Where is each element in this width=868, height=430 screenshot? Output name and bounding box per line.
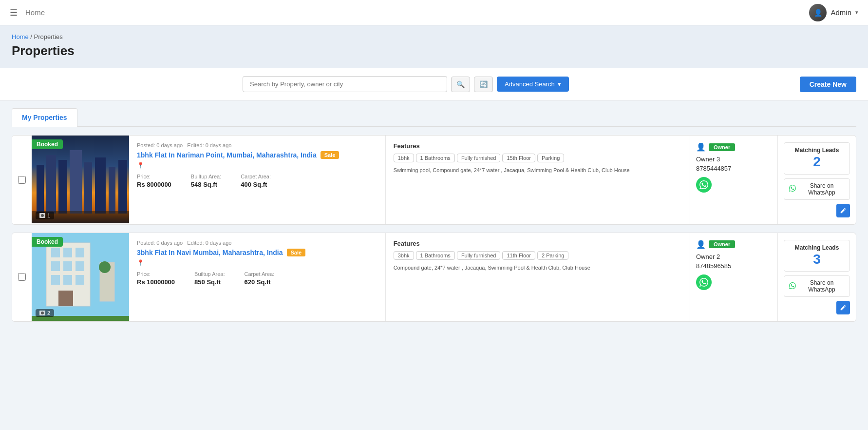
owner-badge: Owner: [709, 240, 735, 248]
hamburger-icon[interactable]: ☰: [10, 7, 18, 18]
refresh-button[interactable]: 🔄: [474, 77, 493, 92]
matching-leads-count: 2: [787, 154, 847, 170]
owner-name: Owner 3: [696, 156, 772, 163]
matching-leads-title: Matching Leads: [787, 244, 847, 251]
feature-tag: Fully furnished: [457, 154, 501, 162]
admin-dropdown-icon[interactable]: ▾: [855, 9, 858, 16]
svg-point-25: [99, 261, 111, 273]
price-row: Price: Rs 8000000 Builtup Area: 548 Sq.f…: [137, 174, 377, 188]
sale-badge: Sale: [287, 249, 306, 256]
property-title[interactable]: 1bhk Flat In Nariman Point, Mumbai, Maha…: [137, 151, 377, 159]
image-count: 2: [36, 309, 54, 317]
card-features: Features 1bhk1 BathroomsFully furnished1…: [386, 136, 690, 224]
card-owner: 👤 Owner Owner 2 8748596585: [690, 233, 778, 322]
svg-rect-1: [37, 165, 44, 214]
matching-leads-box: Matching Leads 2: [784, 142, 850, 175]
feature-tag: 15th Floor: [502, 154, 535, 162]
carpet-label: Carpet Area:: [244, 271, 274, 277]
create-new-button[interactable]: Create New: [800, 77, 856, 92]
svg-rect-7: [109, 167, 115, 214]
share-whatsapp-icon: [789, 282, 796, 291]
card-owner: 👤 Owner Owner 3 8785444857: [690, 136, 778, 224]
search-input[interactable]: [243, 76, 447, 92]
svg-point-28: [41, 312, 44, 314]
owner-person-icon: 👤: [696, 142, 706, 152]
feature-tag: Fully furnished: [457, 251, 501, 260]
owner-whatsapp-button[interactable]: [696, 177, 712, 193]
share-whatsapp-icon: [789, 185, 796, 193]
title-text: 3bhk Flat In Navi Mumbai, Maharashtra, I…: [137, 249, 283, 256]
edit-button[interactable]: [836, 301, 850, 314]
svg-rect-6: [95, 157, 106, 214]
price-value: Rs 8000000: [137, 181, 171, 188]
title-text: 1bhk Flat In Nariman Point, Mumbai, Maha…: [137, 151, 317, 159]
matching-leads-title: Matching Leads: [787, 147, 847, 154]
feature-tags: 3bhk1 BathroomsFully furnished11th Floor…: [394, 251, 682, 260]
page-title: Properties: [12, 43, 856, 59]
svg-rect-20: [51, 275, 60, 285]
nav-home-label: Home: [25, 8, 45, 17]
feature-tag: 1 Bathrooms: [416, 251, 455, 260]
owner-person-icon: 👤: [696, 240, 706, 249]
svg-rect-21: [63, 275, 72, 285]
svg-rect-22: [75, 275, 84, 285]
properties-list: Booked 1 Posted: 0 days ago Edited: 0 da…: [12, 135, 856, 322]
matching-leads-box: Matching Leads 3: [784, 240, 850, 272]
builtup-label: Builtup Area:: [194, 271, 225, 277]
image-count: 1: [36, 212, 54, 219]
card-features: Features 3bhk1 BathroomsFully furnished1…: [386, 233, 690, 322]
property-checkbox[interactable]: [18, 176, 26, 184]
main-content: My Properties: [0, 100, 868, 337]
owner-whatsapp-button[interactable]: [696, 274, 712, 290]
advanced-search-button[interactable]: Advanced Search ▾: [497, 77, 569, 92]
svg-rect-17: [51, 261, 60, 271]
property-card: Booked 2 Posted: 0 days ago Edited: 0 da…: [12, 233, 856, 322]
breadcrumb-home[interactable]: Home: [12, 33, 29, 40]
property-title[interactable]: 3bhk Flat In Navi Mumbai, Maharashtra, I…: [137, 249, 377, 256]
property-card: Booked 1 Posted: 0 days ago Edited: 0 da…: [12, 135, 856, 225]
breadcrumb: Home / Properties: [12, 33, 856, 40]
owner-name: Owner 2: [696, 253, 772, 260]
sale-badge: Sale: [321, 151, 340, 159]
advanced-search-label: Advanced Search: [505, 80, 555, 88]
price-row: Price: Rs 10000000 Builtup Area: 850 Sq.…: [137, 271, 377, 286]
search-button[interactable]: 🔍: [451, 77, 470, 92]
amenities: Compound gate, 24*7 water , Jacaqua, Swi…: [394, 264, 682, 273]
feature-tag: 1 Bathrooms: [416, 154, 455, 162]
amenities: Swimming pool, Compound gate, 24*7 water…: [394, 166, 682, 175]
feature-tag: Parking: [537, 154, 564, 162]
carpet-value: 400 Sq.ft: [241, 181, 271, 188]
svg-rect-18: [63, 261, 72, 271]
property-checkbox[interactable]: [18, 273, 26, 281]
svg-point-11: [41, 214, 44, 217]
builtup-label: Builtup Area:: [191, 174, 221, 179]
share-whatsapp-button[interactable]: Share on WhatsApp: [784, 178, 850, 200]
page-header: Home / Properties Properties: [0, 25, 868, 68]
svg-rect-3: [58, 160, 67, 214]
booked-badge: Booked: [32, 139, 63, 149]
posted-line: Posted: 0 days ago Edited: 0 days ago: [137, 142, 377, 148]
share-whatsapp-button[interactable]: Share on WhatsApp: [784, 275, 850, 297]
price-label: Price:: [137, 174, 171, 179]
breadcrumb-separator: /: [30, 33, 32, 40]
edit-button[interactable]: [836, 204, 850, 217]
location-icon: 📍: [137, 259, 377, 266]
feature-tag: 11th Floor: [502, 251, 535, 260]
booked-badge: Booked: [32, 237, 63, 247]
breadcrumb-current: Properties: [34, 33, 63, 40]
price-label: Price:: [137, 271, 175, 277]
svg-rect-5: [84, 162, 92, 214]
matching-leads-count: 3: [787, 251, 847, 268]
builtup-value: 548 Sq.ft: [191, 181, 221, 188]
tabs: My Properties: [12, 108, 856, 127]
svg-rect-15: [63, 248, 72, 257]
svg-rect-4: [70, 150, 82, 214]
owner-badge: Owner: [709, 143, 735, 151]
advanced-search-chevron-icon: ▾: [558, 80, 561, 88]
avatar: 👤: [809, 4, 827, 21]
card-actions: Matching Leads 3 Share on WhatsApp: [778, 233, 856, 322]
feature-tags: 1bhk1 BathroomsFully furnished15th Floor…: [394, 154, 682, 162]
search-area: 🔍 🔄 Advanced Search ▾ Create New: [0, 68, 868, 100]
tab-my-properties[interactable]: My Properties: [12, 108, 77, 127]
admin-label: Admin: [830, 8, 851, 17]
